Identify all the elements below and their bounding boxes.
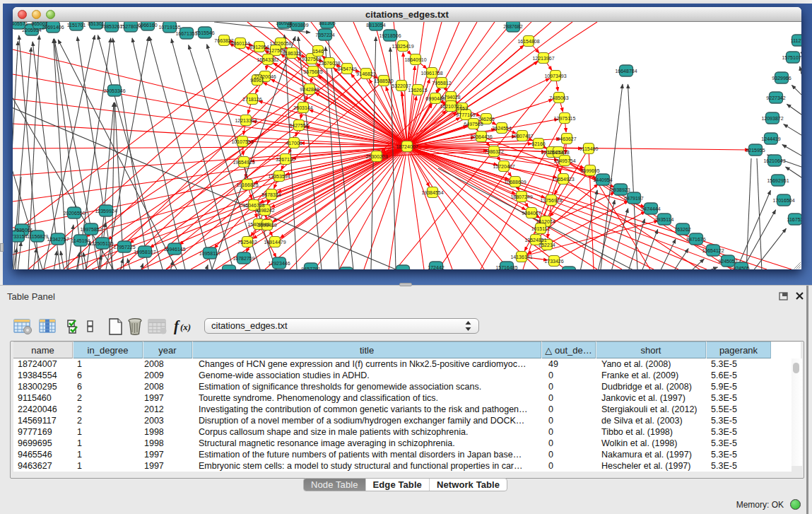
svg-text:3099489: 3099489 (257, 223, 276, 228)
svg-text:19384554: 19384554 (421, 190, 443, 195)
svg-text:19958107: 19958107 (134, 250, 155, 255)
svg-text:1612074: 1612074 (536, 219, 555, 224)
svg-text:8454749: 8454749 (337, 66, 356, 71)
svg-text:98961: 98961 (250, 78, 264, 83)
svg-text:9115460: 9115460 (579, 146, 599, 151)
svg-text:12213967: 12213967 (532, 56, 554, 61)
svg-text:5878334: 5878334 (261, 192, 281, 197)
svg-text:9329966: 9329966 (772, 76, 791, 81)
svg-text:12213363: 12213363 (235, 118, 257, 123)
svg-text:8813054: 8813054 (366, 23, 385, 28)
svg-text:8215955: 8215955 (746, 148, 765, 153)
svg-text:7515546: 7515546 (195, 30, 214, 35)
svg-text:193584: 193584 (220, 269, 237, 270)
svg-text:9146821: 9146821 (356, 71, 375, 76)
svg-text:417006: 417006 (286, 141, 302, 146)
svg-text:9245052: 9245052 (718, 259, 737, 264)
svg-text:13756928: 13756928 (540, 198, 562, 203)
svg-text:1151701: 1151701 (67, 23, 86, 28)
svg-text:7955812: 7955812 (432, 81, 451, 86)
svg-text:17535061: 17535061 (13, 228, 33, 233)
svg-text:95812: 95812 (396, 269, 410, 270)
svg-text:12505135: 12505135 (91, 241, 113, 246)
svg-text:15692951: 15692951 (767, 178, 789, 183)
svg-text:1015112: 1015112 (531, 226, 551, 231)
svg-text:2935114: 2935114 (655, 217, 674, 222)
svg-text:16648784: 16648784 (615, 69, 637, 74)
svg-text:19166825: 19166825 (236, 182, 258, 187)
svg-text:12975115: 12975115 (554, 116, 576, 121)
svg-text:10654122: 10654122 (702, 248, 724, 253)
svg-text:19975857: 19975857 (80, 227, 102, 232)
svg-text:9474444: 9474444 (641, 206, 660, 211)
svg-text:16671355: 16671355 (175, 31, 197, 36)
svg-text:16093809: 16093809 (286, 23, 308, 28)
svg-text:12359924: 12359924 (95, 209, 117, 214)
svg-text:f: f (174, 317, 180, 334)
svg-text:9699695: 9699695 (580, 168, 599, 173)
svg-text:12923446: 12923446 (268, 261, 290, 266)
svg-text:15716485: 15716485 (495, 265, 517, 270)
svg-text:(x): (x) (180, 322, 191, 332)
svg-text:8471676: 8471676 (686, 237, 705, 242)
svg-text:8938923: 8938923 (611, 187, 630, 192)
svg-text:12342757: 12342757 (47, 237, 69, 242)
svg-text:881305: 881305 (319, 22, 335, 25)
svg-text:2887682: 2887682 (503, 24, 522, 29)
svg-text:9498242: 9498242 (255, 208, 274, 213)
svg-text:20206550: 20206550 (63, 211, 85, 216)
svg-text:746266: 746266 (478, 117, 494, 122)
svg-text:5322037: 5322037 (392, 83, 411, 88)
svg-text:2803144: 2803144 (293, 105, 312, 110)
svg-text:6794028: 6794028 (441, 95, 460, 100)
svg-text:10973493: 10973493 (544, 74, 566, 78)
svg-text:16210643: 16210643 (763, 158, 785, 163)
svg-text:10807487: 10807487 (511, 134, 533, 139)
svg-text:10958117: 10958117 (199, 251, 221, 256)
svg-text:16782759: 16782759 (233, 256, 254, 261)
svg-text:15720407: 15720407 (493, 164, 514, 169)
svg-text:9457791: 9457791 (301, 267, 320, 270)
svg-text:3624554: 3624554 (492, 126, 511, 131)
svg-text:23676038: 23676038 (318, 61, 340, 66)
svg-text:1733426: 1733426 (544, 259, 563, 264)
svg-text:13226058: 13226058 (269, 41, 291, 46)
svg-text:17957225: 17957225 (113, 245, 135, 250)
svg-text:2205914: 2205914 (22, 28, 41, 33)
svg-text:20364436: 20364436 (470, 134, 492, 139)
svg-text:9242848: 9242848 (300, 87, 319, 92)
svg-text:13353594: 13353594 (268, 174, 290, 179)
svg-text:2718126: 2718126 (242, 97, 261, 102)
svg-text:9777169: 9777169 (456, 112, 475, 117)
svg-text:6966160: 6966160 (138, 23, 157, 28)
svg-text:10107553: 10107553 (231, 139, 253, 144)
svg-text:18724007: 18724007 (396, 144, 418, 149)
svg-text:19654923: 19654923 (552, 177, 574, 182)
svg-text:252214: 252214 (539, 243, 555, 247)
svg-text:9084067: 9084067 (522, 211, 541, 216)
svg-text:10719155: 10719155 (158, 25, 180, 30)
svg-text:17016504: 17016504 (772, 198, 794, 203)
svg-text:16154808: 16154808 (517, 39, 539, 44)
svg-text:6479197: 6479197 (624, 196, 643, 201)
svg-text:7485063: 7485063 (549, 95, 568, 100)
svg-text:14136141: 14136141 (510, 255, 532, 259)
svg-text:1145194: 1145194 (71, 238, 90, 243)
svg-text:3675685: 3675685 (303, 69, 322, 74)
svg-text:1405571: 1405571 (13, 22, 28, 26)
svg-text:16543382: 16543382 (257, 57, 278, 62)
svg-text:20053346: 20053346 (103, 88, 125, 93)
svg-text:10961758: 10961758 (420, 71, 442, 76)
svg-text:8186328: 8186328 (282, 51, 301, 56)
svg-text:18807249: 18807249 (510, 194, 532, 199)
svg-text:7986322: 7986322 (484, 149, 503, 154)
svg-text:763262: 763262 (674, 227, 690, 232)
svg-text:62160: 62160 (531, 141, 546, 146)
svg-text:9227342: 9227342 (766, 95, 785, 100)
svg-text:25300203: 25300203 (365, 154, 387, 159)
svg-text:6497568: 6497568 (464, 122, 483, 127)
svg-text:1244419: 1244419 (761, 136, 780, 141)
svg-text:1440954: 1440954 (593, 177, 612, 182)
svg-text:15751074: 15751074 (782, 55, 801, 60)
svg-text:10688609: 10688609 (504, 180, 526, 185)
